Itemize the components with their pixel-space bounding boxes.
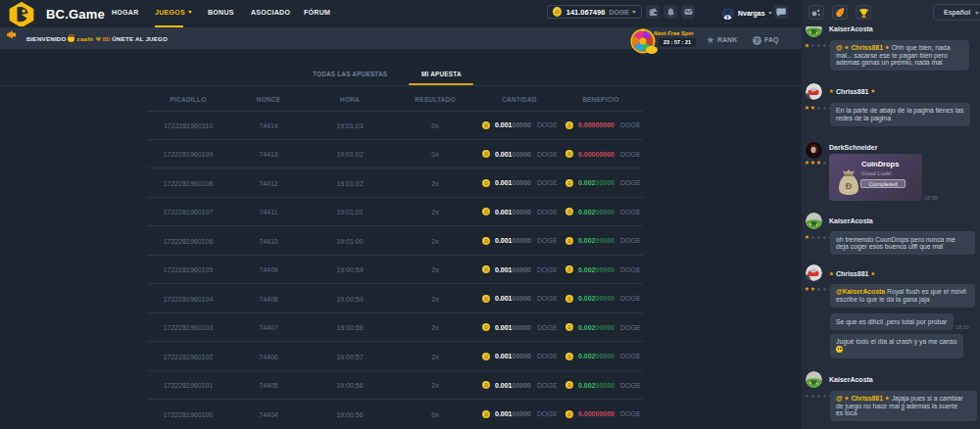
svg-text:Đ: Đ [846, 181, 853, 191]
svg-text:B: B [837, 12, 841, 18]
